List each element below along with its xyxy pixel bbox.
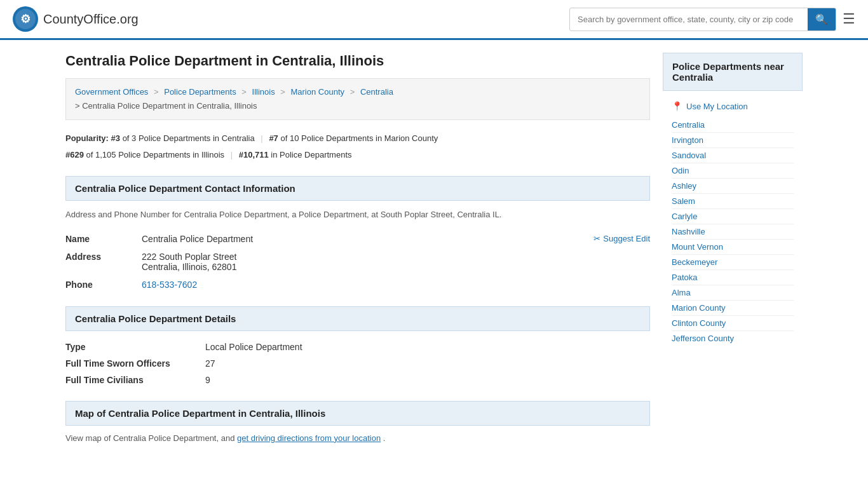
pop-suffix-1: of 3 Police Departments in Centralia — [123, 133, 255, 143]
contact-table: Name Centralia Police Department ✂ Sugge… — [65, 230, 650, 294]
sidebar-link-2[interactable]: Sandoval — [672, 148, 794, 163]
detail-officers-row: Full Time Sworn Officers 27 — [65, 355, 650, 372]
pop-sep-1: | — [261, 133, 262, 143]
detail-civilians-row: Full Time Civilians 9 — [65, 372, 650, 388]
sidebar-link-3[interactable]: Odin — [672, 163, 794, 179]
details-table: Type Local Police Department Full Time S… — [65, 339, 650, 388]
contact-description: Address and Phone Number for Centralia P… — [65, 208, 650, 221]
detail-type-label: Type — [65, 342, 205, 352]
search-container: 🔍 — [569, 8, 836, 31]
logo-area: ⚙ CountyOffice.org — [13, 6, 139, 32]
sidebar-link-7[interactable]: Nashville — [672, 224, 794, 240]
breadcrumb-sep-1: > — [154, 87, 159, 97]
suggest-edit-link[interactable]: ✂ Suggest Edit — [593, 234, 650, 243]
breadcrumb-current: Centralia Police Department in Centralia… — [82, 101, 257, 111]
breadcrumb-centralia[interactable]: Centralia — [360, 87, 393, 97]
breadcrumb-sep-4: > — [350, 87, 355, 97]
contact-address-label: Address — [65, 252, 142, 272]
breadcrumb-govt-offices[interactable]: Government Offices — [75, 87, 148, 97]
contact-phone-row: Phone 618-533-7602 — [65, 276, 650, 294]
detail-type-value: Local Police Department — [205, 342, 650, 352]
search-button[interactable]: 🔍 — [808, 8, 836, 30]
sidebar-link-9[interactable]: Beckemeyer — [672, 255, 794, 270]
logo-text: CountyOffice.org — [43, 12, 139, 27]
sidebar-link-1[interactable]: Irvington — [672, 133, 794, 148]
map-section-header: Map of Centralia Police Department in Ce… — [65, 401, 650, 426]
sidebar-link-12[interactable]: Marion County — [672, 301, 794, 316]
sidebar-link-6[interactable]: Carlyle — [672, 209, 794, 224]
map-description: View map of Centralia Police Department,… — [65, 433, 650, 443]
sidebar-link-5[interactable]: Salem — [672, 194, 794, 209]
detail-civilians-label: Full Time Civilians — [65, 375, 205, 385]
sidebar-header-line2: Centralia — [672, 72, 713, 83]
phone-link[interactable]: 618-533-7602 — [142, 280, 197, 290]
header-right: 🔍 ☰ — [569, 8, 855, 31]
pop-suffix-3: of 1,105 Police Departments in Illinois — [86, 150, 225, 159]
sidebar-header: Police Departments near Centralia — [663, 53, 803, 91]
contact-name-row: Name Centralia Police Department ✂ Sugge… — [65, 230, 650, 248]
contact-phone-value: 618-533-7602 — [142, 280, 650, 290]
search-input[interactable] — [570, 10, 808, 29]
sidebar-links: CentraliaIrvingtonSandovalOdinAshleySale… — [663, 118, 803, 346]
breadcrumb-sep-3: > — [280, 87, 285, 97]
detail-officers-value: 27 — [205, 358, 650, 369]
detail-civilians-value: 9 — [205, 375, 650, 385]
pop-suffix-2: of 10 Police Departments in Marion Count… — [280, 133, 438, 143]
contact-address-row: Address 222 South Poplar Street Centrali… — [65, 248, 650, 276]
sidebar: Police Departments near Centralia 📍 Use … — [663, 53, 803, 453]
map-section: Map of Centralia Police Department in Ce… — [65, 401, 650, 443]
pop-sep-2: | — [231, 150, 233, 159]
popularity-label: Popularity: — [65, 133, 109, 143]
pop-suffix-4: in Police Departments — [271, 150, 351, 159]
sidebar-link-11[interactable]: Alma — [672, 285, 794, 301]
details-section-header: Centralia Police Department Details — [65, 306, 650, 331]
content-area: Centralia Police Department in Centralia… — [65, 53, 650, 453]
address-line1: 222 South Poplar Street — [142, 252, 236, 262]
main-container: Centralia Police Department in Centralia… — [53, 40, 815, 466]
use-my-location-btn[interactable]: 📍 Use My Location — [663, 97, 803, 115]
contact-section-header: Centralia Police Department Contact Info… — [65, 176, 650, 201]
sidebar-link-10[interactable]: Patoka — [672, 270, 794, 285]
contact-address-value: 222 South Poplar Street Centralia, Illin… — [142, 252, 650, 272]
use-my-location-label: Use My Location — [686, 102, 748, 111]
address-line2: Centralia, Illinois, 62801 — [142, 262, 236, 272]
pop-num-1: #3 — [111, 133, 120, 143]
map-desc-end: . — [383, 433, 386, 443]
contact-phone-label: Phone — [65, 280, 142, 290]
contact-name-label: Name — [65, 234, 142, 244]
sidebar-link-14[interactable]: Jefferson County — [672, 331, 794, 346]
page-title: Centralia Police Department in Centralia… — [65, 53, 650, 69]
svg-text:⚙: ⚙ — [20, 13, 31, 25]
pop-num-3: #629 — [65, 150, 84, 159]
suggest-edit-icon: ✂ — [593, 234, 600, 243]
sidebar-link-8[interactable]: Mount Vernon — [672, 240, 794, 255]
detail-officers-label: Full Time Sworn Officers — [65, 358, 205, 369]
map-desc-start: View map of Centralia Police Department,… — [65, 433, 237, 443]
sidebar-link-13[interactable]: Clinton County — [672, 316, 794, 331]
logo-icon: ⚙ — [13, 6, 38, 32]
breadcrumb-sep-2: > — [241, 87, 247, 97]
popularity-bar: Popularity: #3 of 3 Police Departments i… — [65, 130, 650, 163]
contact-name-value: Centralia Police Department — [142, 234, 593, 244]
breadcrumb-sep-5: > — [75, 101, 80, 111]
detail-type-row: Type Local Police Department — [65, 339, 650, 355]
pop-num-4: #10,711 — [239, 150, 269, 159]
sidebar-link-4[interactable]: Ashley — [672, 179, 794, 194]
location-pin-icon: 📍 — [672, 101, 682, 111]
sidebar-link-0[interactable]: Centralia — [672, 118, 794, 133]
menu-button[interactable]: ☰ — [843, 12, 855, 26]
pop-num-2: #7 — [269, 133, 278, 143]
breadcrumb-police-depts[interactable]: Police Departments — [164, 87, 236, 97]
directions-link[interactable]: get driving directions from your locatio… — [237, 433, 381, 443]
sidebar-header-line1: Police Departments near — [672, 61, 784, 72]
breadcrumb: Government Offices > Police Departments … — [65, 78, 650, 120]
breadcrumb-marion-county[interactable]: Marion County — [290, 87, 344, 97]
breadcrumb-illinois[interactable]: Illinois — [252, 87, 275, 97]
suggest-edit-label: Suggest Edit — [603, 234, 650, 243]
site-header: ⚙ CountyOffice.org 🔍 ☰ — [0, 0, 868, 40]
